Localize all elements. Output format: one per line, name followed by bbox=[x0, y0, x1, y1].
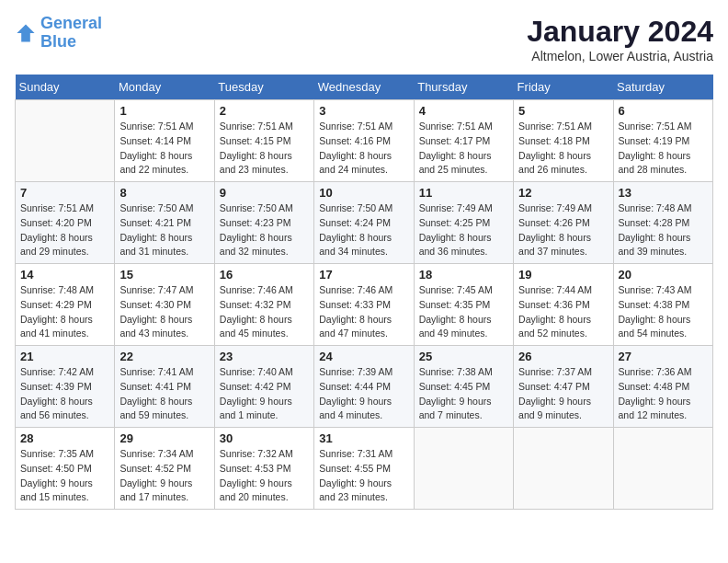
day-info: Sunrise: 7:46 AMSunset: 4:32 PMDaylight:… bbox=[220, 283, 309, 341]
day-number: 22 bbox=[119, 350, 209, 363]
day-number: 26 bbox=[518, 350, 608, 363]
calendar-cell bbox=[613, 428, 712, 510]
day-info: Sunrise: 7:51 AMSunset: 4:20 PMDaylight:… bbox=[20, 201, 109, 259]
calendar-cell: 16Sunrise: 7:46 AMSunset: 4:32 PMDayligh… bbox=[214, 264, 313, 346]
calendar-cell: 14Sunrise: 7:48 AMSunset: 4:29 PMDayligh… bbox=[16, 264, 115, 346]
day-info: Sunrise: 7:51 AMSunset: 4:17 PMDaylight:… bbox=[419, 120, 508, 178]
calendar-cell: 5Sunrise: 7:51 AMSunset: 4:18 PMDaylight… bbox=[514, 100, 613, 182]
day-number: 2 bbox=[220, 104, 309, 118]
calendar-cell: 19Sunrise: 7:44 AMSunset: 4:36 PMDayligh… bbox=[514, 264, 613, 346]
calendar-cell: 31Sunrise: 7:31 AMSunset: 4:55 PMDayligh… bbox=[314, 428, 414, 510]
day-info: Sunrise: 7:48 AMSunset: 4:29 PMDaylight:… bbox=[20, 283, 109, 341]
logo-line2: Blue bbox=[40, 32, 76, 51]
day-info: Sunrise: 7:49 AMSunset: 4:26 PMDaylight:… bbox=[518, 201, 608, 259]
day-number: 9 bbox=[220, 186, 309, 200]
day-info: Sunrise: 7:41 AMSunset: 4:41 PMDaylight:… bbox=[119, 365, 209, 423]
calendar-week-row: 7Sunrise: 7:51 AMSunset: 4:20 PMDaylight… bbox=[16, 182, 713, 264]
day-number: 10 bbox=[319, 186, 408, 200]
calendar-week-row: 21Sunrise: 7:42 AMSunset: 4:39 PMDayligh… bbox=[16, 346, 713, 428]
day-info: Sunrise: 7:47 AMSunset: 4:30 PMDaylight:… bbox=[119, 283, 209, 341]
day-info: Sunrise: 7:50 AMSunset: 4:21 PMDaylight:… bbox=[119, 201, 209, 259]
calendar-cell: 18Sunrise: 7:45 AMSunset: 4:35 PMDayligh… bbox=[414, 264, 513, 346]
day-info: Sunrise: 7:45 AMSunset: 4:35 PMDaylight:… bbox=[419, 283, 508, 341]
day-number: 31 bbox=[319, 431, 408, 445]
day-info: Sunrise: 7:36 AMSunset: 4:48 PMDaylight:… bbox=[619, 365, 708, 423]
calendar-cell bbox=[514, 428, 613, 510]
day-info: Sunrise: 7:44 AMSunset: 4:36 PMDaylight:… bbox=[518, 283, 608, 341]
day-info: Sunrise: 7:38 AMSunset: 4:45 PMDaylight:… bbox=[419, 365, 508, 423]
calendar-cell: 10Sunrise: 7:50 AMSunset: 4:24 PMDayligh… bbox=[314, 182, 414, 264]
calendar-cell: 13Sunrise: 7:48 AMSunset: 4:28 PMDayligh… bbox=[613, 182, 712, 264]
day-info: Sunrise: 7:51 AMSunset: 4:16 PMDaylight:… bbox=[319, 120, 408, 178]
day-info: Sunrise: 7:35 AMSunset: 4:50 PMDaylight:… bbox=[20, 447, 109, 505]
calendar-cell: 28Sunrise: 7:35 AMSunset: 4:50 PMDayligh… bbox=[16, 428, 115, 510]
logo-text: General Blue bbox=[40, 15, 102, 52]
calendar-cell: 1Sunrise: 7:51 AMSunset: 4:14 PMDaylight… bbox=[115, 100, 214, 182]
day-number: 13 bbox=[619, 186, 708, 200]
calendar-cell: 2Sunrise: 7:51 AMSunset: 4:15 PMDaylight… bbox=[214, 100, 313, 182]
calendar-cell: 23Sunrise: 7:40 AMSunset: 4:42 PMDayligh… bbox=[214, 346, 313, 428]
day-number: 15 bbox=[119, 268, 209, 282]
calendar-header-row: SundayMondayTuesdayWednesdayThursdayFrid… bbox=[16, 75, 713, 100]
day-number: 7 bbox=[20, 186, 109, 200]
day-info: Sunrise: 7:49 AMSunset: 4:25 PMDaylight:… bbox=[419, 201, 508, 259]
day-number: 19 bbox=[518, 268, 608, 282]
day-info: Sunrise: 7:51 AMSunset: 4:19 PMDaylight:… bbox=[619, 120, 708, 178]
calendar-cell: 17Sunrise: 7:46 AMSunset: 4:33 PMDayligh… bbox=[314, 264, 414, 346]
day-info: Sunrise: 7:40 AMSunset: 4:42 PMDaylight:… bbox=[220, 365, 309, 423]
day-number: 25 bbox=[419, 350, 508, 363]
calendar-header-thursday: Thursday bbox=[414, 75, 513, 100]
calendar-header-friday: Friday bbox=[514, 75, 613, 100]
day-info: Sunrise: 7:39 AMSunset: 4:44 PMDaylight:… bbox=[319, 365, 408, 423]
calendar-cell: 24Sunrise: 7:39 AMSunset: 4:44 PMDayligh… bbox=[314, 346, 414, 428]
calendar-cell: 20Sunrise: 7:43 AMSunset: 4:38 PMDayligh… bbox=[613, 264, 712, 346]
calendar-cell: 8Sunrise: 7:50 AMSunset: 4:21 PMDaylight… bbox=[115, 182, 214, 264]
day-number: 20 bbox=[619, 268, 708, 282]
day-number: 28 bbox=[20, 431, 109, 445]
calendar-week-row: 14Sunrise: 7:48 AMSunset: 4:29 PMDayligh… bbox=[16, 264, 713, 346]
day-info: Sunrise: 7:43 AMSunset: 4:38 PMDaylight:… bbox=[619, 283, 708, 341]
day-info: Sunrise: 7:32 AMSunset: 4:53 PMDaylight:… bbox=[220, 447, 309, 505]
day-number: 16 bbox=[220, 268, 309, 282]
day-info: Sunrise: 7:42 AMSunset: 4:39 PMDaylight:… bbox=[20, 365, 109, 423]
day-number: 29 bbox=[119, 431, 209, 445]
day-number: 21 bbox=[20, 350, 109, 363]
day-number: 5 bbox=[518, 104, 608, 118]
calendar-cell: 29Sunrise: 7:34 AMSunset: 4:52 PMDayligh… bbox=[115, 428, 214, 510]
calendar-table: SundayMondayTuesdayWednesdayThursdayFrid… bbox=[15, 75, 713, 510]
month-year: January 2024 bbox=[527, 15, 713, 49]
calendar-header-saturday: Saturday bbox=[613, 75, 712, 100]
logo-line1: General bbox=[40, 14, 102, 32]
day-number: 11 bbox=[419, 186, 508, 200]
day-info: Sunrise: 7:31 AMSunset: 4:55 PMDaylight:… bbox=[319, 447, 408, 505]
calendar-cell: 22Sunrise: 7:41 AMSunset: 4:41 PMDayligh… bbox=[115, 346, 214, 428]
calendar-cell: 6Sunrise: 7:51 AMSunset: 4:19 PMDaylight… bbox=[613, 100, 712, 182]
calendar-cell: 11Sunrise: 7:49 AMSunset: 4:25 PMDayligh… bbox=[414, 182, 513, 264]
day-number: 3 bbox=[319, 104, 408, 118]
calendar-header-sunday: Sunday bbox=[16, 75, 115, 100]
calendar-cell: 25Sunrise: 7:38 AMSunset: 4:45 PMDayligh… bbox=[414, 346, 513, 428]
day-info: Sunrise: 7:50 AMSunset: 4:23 PMDaylight:… bbox=[220, 201, 309, 259]
day-info: Sunrise: 7:46 AMSunset: 4:33 PMDaylight:… bbox=[319, 283, 408, 341]
day-info: Sunrise: 7:50 AMSunset: 4:24 PMDaylight:… bbox=[319, 201, 408, 259]
day-number: 17 bbox=[319, 268, 408, 282]
calendar-cell: 15Sunrise: 7:47 AMSunset: 4:30 PMDayligh… bbox=[115, 264, 214, 346]
calendar-cell: 4Sunrise: 7:51 AMSunset: 4:17 PMDaylight… bbox=[414, 100, 513, 182]
day-number: 6 bbox=[619, 104, 708, 118]
calendar-cell: 30Sunrise: 7:32 AMSunset: 4:53 PMDayligh… bbox=[214, 428, 313, 510]
day-info: Sunrise: 7:51 AMSunset: 4:14 PMDaylight:… bbox=[119, 120, 209, 178]
day-number: 30 bbox=[220, 431, 309, 445]
day-number: 4 bbox=[419, 104, 508, 118]
calendar-cell: 9Sunrise: 7:50 AMSunset: 4:23 PMDaylight… bbox=[214, 182, 313, 264]
calendar-header-monday: Monday bbox=[115, 75, 214, 100]
svg-marker-0 bbox=[17, 24, 34, 41]
calendar-cell: 27Sunrise: 7:36 AMSunset: 4:48 PMDayligh… bbox=[613, 346, 712, 428]
day-info: Sunrise: 7:48 AMSunset: 4:28 PMDaylight:… bbox=[619, 201, 708, 259]
calendar-week-row: 1Sunrise: 7:51 AMSunset: 4:14 PMDaylight… bbox=[16, 100, 713, 182]
day-number: 18 bbox=[419, 268, 508, 282]
calendar-week-row: 28Sunrise: 7:35 AMSunset: 4:50 PMDayligh… bbox=[16, 428, 713, 510]
calendar-cell: 3Sunrise: 7:51 AMSunset: 4:16 PMDaylight… bbox=[314, 100, 414, 182]
day-number: 23 bbox=[220, 350, 309, 363]
day-info: Sunrise: 7:51 AMSunset: 4:18 PMDaylight:… bbox=[518, 120, 608, 178]
day-number: 24 bbox=[319, 350, 408, 363]
